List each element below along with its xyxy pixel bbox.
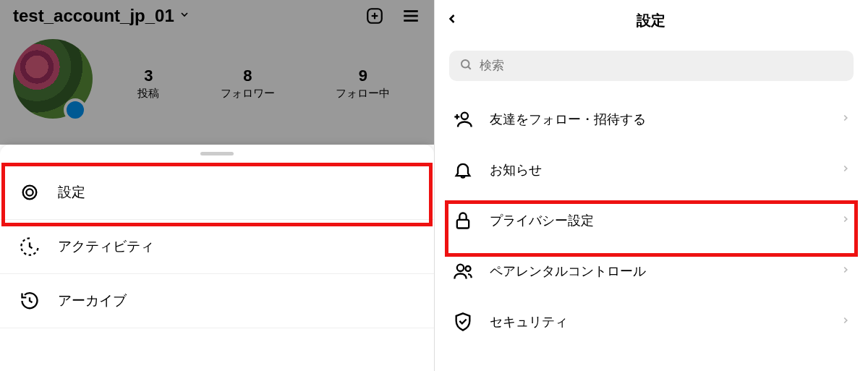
settings-item-follow-invite[interactable]: 友達をフォロー・招待する	[435, 94, 869, 145]
settings-label: 友達をフォロー・招待する	[490, 111, 841, 128]
dim-overlay	[0, 0, 434, 145]
svg-point-14	[456, 265, 463, 271]
chevron-right-icon	[841, 113, 851, 126]
settings-label: ペアレンタルコントロール	[490, 263, 841, 280]
search-icon	[459, 58, 472, 74]
profile-screen: test_account_jp_01 3 投稿	[0, 0, 435, 371]
settings-label: お知らせ	[490, 161, 841, 179]
settings-item-notifications[interactable]: お知らせ	[435, 145, 869, 195]
settings-label: セキュリティ	[490, 313, 841, 331]
menu-activity[interactable]: アクティビティ	[0, 220, 434, 274]
page-title: 設定	[637, 11, 665, 30]
add-person-icon	[452, 108, 474, 130]
settings-item-parental[interactable]: ペアレンタルコントロール	[435, 246, 869, 297]
chevron-right-icon	[841, 265, 851, 278]
svg-point-8	[461, 60, 469, 68]
menu-label: アーカイブ	[58, 291, 127, 310]
svg-point-15	[465, 266, 470, 271]
settings-header: 設定	[435, 0, 869, 40]
svg-point-6	[23, 186, 37, 200]
shield-icon	[452, 311, 474, 333]
chevron-right-icon	[841, 214, 851, 227]
menu-archive[interactable]: アーカイブ	[0, 274, 434, 328]
svg-point-10	[461, 113, 467, 119]
menu-label: 設定	[58, 183, 85, 202]
settings-label: プライバシー設定	[490, 212, 841, 229]
svg-rect-13	[456, 220, 468, 229]
activity-icon	[19, 236, 41, 257]
bottom-sheet: 設定 アクティビティ アーカイブ	[0, 145, 434, 371]
settings-item-privacy[interactable]: プライバシー設定	[435, 195, 869, 246]
settings-item-security[interactable]: セキュリティ	[435, 297, 869, 347]
svg-line-9	[468, 67, 471, 69]
chevron-right-icon	[841, 315, 851, 328]
settings-screen: 設定 友達をフォロー・招待する お知らせ プライバシー設定 ペアレン	[435, 0, 869, 371]
svg-point-7	[26, 189, 33, 195]
archive-icon	[19, 290, 41, 312]
search-box[interactable]	[449, 51, 854, 81]
sheet-handle[interactable]	[200, 152, 234, 155]
menu-label: アクティビティ	[58, 237, 154, 256]
chevron-right-icon	[841, 163, 851, 176]
people-icon	[452, 260, 474, 282]
back-button[interactable]	[445, 12, 459, 29]
menu-settings[interactable]: 設定	[0, 166, 434, 220]
search-input[interactable]	[480, 59, 844, 73]
bell-icon	[452, 159, 474, 181]
lock-icon	[452, 210, 474, 231]
gear-icon	[19, 182, 41, 203]
